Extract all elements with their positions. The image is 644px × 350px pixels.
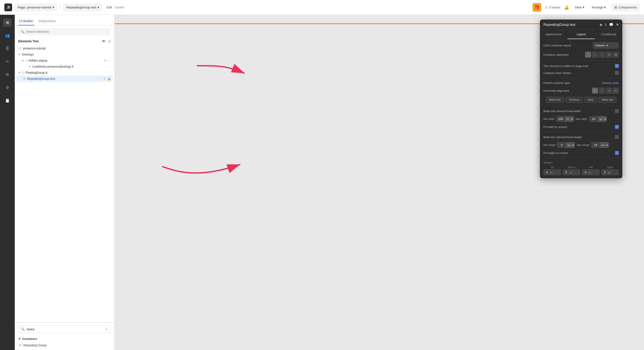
fixed-height-label: Make this element fixed-height — [544, 136, 582, 139]
min-width-unit-select[interactable]: % px — [565, 116, 574, 122]
arrange-label: Arrange — [592, 6, 603, 9]
pencil-icon: ✏ — [6, 59, 9, 64]
align-right-btn[interactable]: ⊣ — [606, 88, 612, 94]
margin-right-unit: px — [608, 171, 612, 174]
comment-icon[interactable]: 💬 — [609, 22, 614, 27]
max-width-input[interactable] — [589, 116, 598, 122]
max-width-unit-select[interactable]: px % — [598, 116, 607, 122]
expand-icon-tree[interactable]: ⤢ — [108, 40, 111, 44]
eye-icon-tree[interactable]: 👁 — [102, 40, 106, 44]
margins-labels: Top Bottom Left Right — [544, 166, 619, 168]
align-left-btn[interactable]: ⊢ — [592, 88, 598, 94]
margin-right-label: Right — [601, 166, 619, 168]
margin-top-input[interactable] — [544, 170, 550, 175]
view-button[interactable]: View ▾ — [573, 4, 586, 10]
container-item-repeating-group[interactable]: ⟳ Repeating Group — [18, 342, 111, 348]
margin-bottom-input[interactable] — [563, 170, 570, 175]
sidebar-icon-plugin[interactable]: ⚙ — [3, 70, 12, 79]
info-icon[interactable]: ℹ — [605, 22, 606, 27]
components-button[interactable]: ⊞ Components — [612, 4, 640, 11]
next-button[interactable]: Next — [584, 97, 597, 103]
lock-icon[interactable]: 🔒 — [107, 77, 111, 80]
fit-width-row: Fit width to content ✓ — [544, 125, 619, 129]
max-height-input[interactable] — [591, 142, 600, 148]
make-first-button[interactable]: Make first — [546, 97, 564, 103]
layout-chevron: ▾ — [606, 44, 608, 47]
max-height-unit-select[interactable]: px % — [600, 142, 609, 148]
arrange-button[interactable]: Arrange ▾ — [590, 4, 608, 10]
container-alignment-label: Container alignment — [544, 53, 585, 56]
page-selector[interactable]: Page: presence-tutorial ▾ — [15, 4, 57, 11]
bell-icon[interactable]: 🔔 — [564, 5, 569, 10]
sidebar-icon-builder[interactable]: ⊞ — [3, 18, 12, 27]
logs-icon: 📋 — [5, 98, 10, 103]
tab-layout[interactable]: Layout — [568, 30, 595, 39]
cells-container-layout-select[interactable]: Column ▾ — [593, 42, 619, 48]
align-distribute-btn[interactable]: ⊕ — [613, 52, 619, 58]
sidebar-icon-logs[interactable]: 📋 — [3, 96, 12, 105]
divider-5 — [544, 158, 619, 158]
elements-tree-header: Elements Tree 👁 ⤢ — [15, 38, 114, 45]
previous-button[interactable]: Previous — [566, 97, 583, 103]
tab-ui-builder[interactable]: UI Builder — [18, 17, 34, 25]
fixed-height-checkbox[interactable] — [615, 135, 619, 139]
margin-right-input[interactable] — [602, 170, 608, 175]
fit-width-checkbox[interactable]: ✓ — [615, 125, 619, 129]
element-selector[interactable]: RepeatingGroup text ▾ — [64, 4, 102, 11]
sidebar-icon-settings[interactable]: ⚙ — [3, 83, 12, 92]
tree-item-liveblocks[interactable]: ✦ Liveblocks-presence(testing) A → — [16, 64, 112, 70]
clear-search-icon[interactable]: ✕ — [106, 328, 108, 331]
fixed-width-checkbox[interactable] — [615, 109, 619, 113]
tree-item-label: presence-tutorial — [23, 46, 111, 50]
parent-container-type-row: Parent container type Column (edit) — [544, 81, 619, 84]
min-height-unit-select[interactable]: px % — [566, 142, 574, 148]
align-center-h-btn[interactable]: ↔ — [592, 52, 598, 58]
sidebar-icon-data[interactable]: 🗄 — [3, 44, 12, 53]
align-top-btn[interactable]: ↑ — [585, 52, 591, 58]
search-input[interactable] — [26, 30, 108, 34]
containers-section: ▼ Containers ⟳ Repeating Group — [15, 336, 114, 350]
issues-indicator[interactable]: ⚠ 0 issues — [545, 6, 560, 9]
tree-item-repeating-group[interactable]: ⟳ RepeatingGroup text 👁 🔒 — [16, 76, 112, 82]
min-width-label: Min width — [544, 118, 554, 120]
make-last-button[interactable]: Make last — [598, 97, 617, 103]
bottom-search-input[interactable] — [26, 328, 104, 331]
fit-height-checkbox[interactable]: ✓ — [615, 151, 619, 155]
layout-value: Column — [595, 44, 605, 47]
alignment-buttons: ↑ ↔ ↓ ⇕ ⊕ — [585, 52, 619, 58]
min-height-input[interactable] — [557, 142, 566, 148]
eye-icon[interactable]: 👁 — [103, 77, 106, 80]
tab-responsive[interactable]: Responsive — [38, 17, 56, 25]
tree-item-presence[interactable]: 📄 presence-tutorial — [16, 45, 112, 52]
margin-right-wrap: px — [601, 169, 619, 175]
sidebar-icon-users[interactable]: 👥 — [3, 31, 12, 40]
min-width-input[interactable] — [556, 116, 565, 122]
play-icon[interactable]: ▶ — [600, 22, 602, 27]
align-bottom-btn[interactable]: ↓ — [599, 52, 605, 58]
floating-icon: ⬡ — [22, 71, 24, 74]
margin-left-input[interactable] — [582, 170, 589, 175]
visible-on-page-load-checkbox[interactable]: ✓ — [615, 64, 619, 68]
align-stretch-h-btn[interactable]: ⇔ — [613, 88, 619, 94]
divider-1 — [544, 61, 619, 61]
close-icon[interactable]: ✕ — [616, 22, 619, 27]
dialog-body: Cell's container layout Column ▾ Contain… — [540, 39, 622, 178]
arrow-icon[interactable]: → — [108, 59, 111, 62]
tree-item-overlays[interactable]: ▼ Overlays — [16, 52, 112, 58]
align-stretch-v-btn[interactable]: ⇕ — [606, 52, 612, 58]
max-width-input-wrap: px % — [589, 116, 607, 122]
parent-container-edit-link[interactable]: (edit) — [612, 81, 619, 84]
visible-on-page-load-row: This element is visible on page load ✓ — [544, 64, 619, 68]
saved-label: Saved — [115, 6, 124, 9]
eye-icon[interactable]: 👁 — [104, 59, 107, 62]
arrow-icon[interactable]: → — [108, 65, 111, 68]
tab-appearance[interactable]: Appearance — [540, 30, 568, 39]
collapse-when-hidden-checkbox[interactable] — [615, 71, 619, 75]
tree-item-hidden-popup[interactable]: ▼ □ Hidden popup 👁 → — [16, 58, 112, 64]
gift-icon[interactable]: 🎁 — [532, 3, 541, 12]
page-selector-label: Page: presence-tutorial — [18, 6, 51, 9]
tab-conditional[interactable]: Conditional — [595, 30, 622, 39]
tree-item-floating-group[interactable]: ▼ ⬡ FloatingGroup A — [16, 70, 112, 76]
align-center-v-btn[interactable]: ↔ — [599, 88, 605, 94]
sidebar-icon-pencil[interactable]: ✏ — [3, 57, 12, 66]
